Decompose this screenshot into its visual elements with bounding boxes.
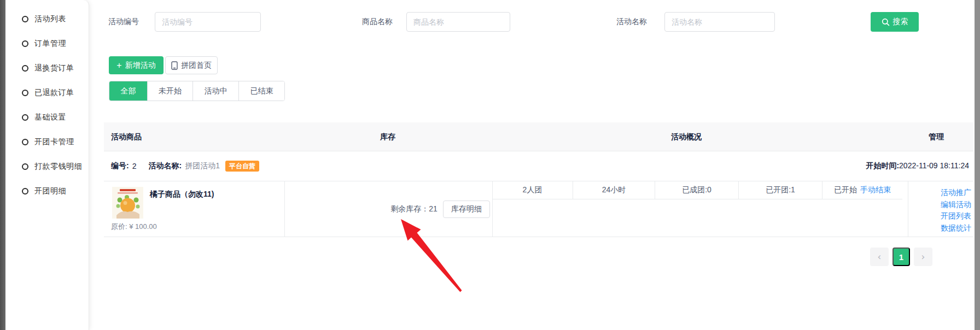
circle-icon [22,114,28,121]
sidebar-item-label: 开团明细 [34,186,66,196]
next-page-button[interactable]: › [914,248,932,266]
groups-completed: 已成团:0 [682,185,711,195]
sidebar-item-activity-list[interactable]: 活动列表 [5,7,89,31]
sidebar-item-return-orders[interactable]: 退换货订单 [5,56,89,80]
prev-page-button[interactable]: ‹ [870,248,889,266]
stock-cell: 剩余库存：21 库存明细 [284,200,596,219]
circle-icon [22,188,28,195]
sidebar-item-label: 基础设置 [34,113,66,122]
group-overview: 2人团 24小时 已成团:0 已开团:1 已开始 手动结束 [492,181,980,199]
manual-end-link[interactable]: 手动结束 [860,185,891,195]
sidebar-item-label: 活动列表 [34,14,66,24]
tab-ended[interactable]: 已结束 [239,81,284,101]
group-duration-cell: 24小时 [573,181,655,199]
search-button-label: 搜索 [893,17,908,27]
data-statistics-link[interactable]: 数据统计 [941,222,971,234]
header-manage: 管理 [929,132,944,142]
activity-table: 活动商品 库存 活动概况 管理 编号: 2 活动名称: 拼团活动1 平台自营 开… [104,122,973,237]
tab-label: 未开始 [159,86,182,96]
circle-icon [22,163,28,170]
circle-icon [22,65,28,72]
product-name-label: 商品名称 [362,17,393,27]
activity-id-caption: 编号: [111,161,129,171]
group-size-cell: 2人团 [492,181,573,199]
stock-detail-button[interactable]: 库存明细 [443,201,490,218]
add-activity-label: 新增活动 [125,61,156,70]
platform-badge: 平台自营 [225,161,259,172]
activity-id-value: 2 [132,162,137,170]
pagination: ‹ 1 › [870,248,932,266]
sidebar-item-group-detail[interactable]: 开团明细 [5,179,89,203]
sidebar-item-label: 已退款订单 [34,88,74,98]
product-title: 橘子商品（勿改11) [150,190,214,199]
start-time-value: 2022-11-09 18:11:24 [899,161,969,170]
header-stock: 库存 [380,132,395,142]
circle-icon [22,90,28,96]
status-cell: 已开始 手动结束 [822,181,902,199]
table-header: 活动商品 库存 活动概况 管理 [104,122,973,151]
sidebar-item-label: 打款零钱明细 [34,162,82,172]
circle-icon [22,139,28,145]
product-name-input[interactable] [406,12,510,32]
tab-not-started[interactable]: 未开始 [148,81,193,101]
sidebar: 活动列表 订单管理 退换货订单 已退款订单 基础设置 开团卡管理 打款零钱明细 [5,0,89,330]
groups-completed-cell: 已成团:0 [655,181,739,199]
edit-activity-link[interactable]: 编辑活动 [941,199,971,211]
search-icon [882,18,890,26]
activity-name-label: 活动名称 [616,17,647,27]
tab-all[interactable]: 全部 [109,81,148,101]
circle-icon [22,16,28,22]
remaining-stock-text: 剩余库存：21 [390,204,438,214]
sidebar-item-group-card[interactable]: 开团卡管理 [5,129,89,154]
sidebar-item-order-management[interactable]: 订单管理 [5,31,89,56]
groups-opened-cell: 已开团:1 [739,181,822,199]
activity-name-input[interactable] [664,12,775,32]
promote-activity-link[interactable]: 活动推广 [941,187,971,199]
activity-id-label: 活动编号 [108,17,139,27]
tab-label: 已结束 [250,86,273,96]
group-size: 2人团 [523,185,542,195]
header-overview: 活动概况 [671,132,702,142]
page: 活动列表 订单管理 退换货订单 已退款订单 基础设置 开团卡管理 打款零钱明细 [0,0,980,330]
sidebar-item-label: 开团卡管理 [34,137,74,147]
group-home-label: 拼团首页 [181,61,212,70]
status-tabs: 全部 未开始 活动中 已结束 [109,81,285,101]
tab-in-progress[interactable]: 活动中 [193,81,239,101]
product-original-price: 原价: ¥ 100.00 [111,222,157,232]
group-list-link[interactable]: 开团列表 [941,210,971,222]
sidebar-item-payment-detail[interactable]: 打款零钱明细 [5,154,89,179]
manage-links: 活动推广 编辑活动 开团列表 数据统计 [941,187,971,234]
activity-name-value: 拼团活动1 [185,161,220,171]
tab-label: 活动中 [205,86,228,96]
search-button[interactable]: 搜索 [871,12,919,32]
window-scrollbar[interactable] [975,0,980,330]
header-product: 活动商品 [111,132,142,142]
start-time-caption: 开始时间: [866,161,899,170]
sidebar-item-label: 订单管理 [34,39,66,49]
add-activity-button[interactable]: + 新增活动 [109,56,164,74]
activity-id-input[interactable] [155,12,261,32]
collapsed-left-panel [0,0,5,330]
group-duration: 24小时 [602,185,626,195]
activity-name-caption: 活动名称: [148,161,182,171]
plus-icon: + [116,61,121,70]
current-page-button[interactable]: 1 [892,248,910,266]
activity-row: 橘子商品（勿改11) 原价: ¥ 100.00 剩余库存：21 库存明细 2人团… [104,181,973,237]
circle-icon [22,40,28,47]
mobile-icon [171,61,178,70]
activity-info-bar: 编号: 2 活动名称: 拼团活动1 平台自营 开始时间:2022-11-09 1… [104,151,973,181]
tab-label: 全部 [121,86,136,96]
sidebar-item-refunded-orders[interactable]: 已退款订单 [5,80,89,105]
product-image [112,187,143,219]
sidebar-item-label: 退换货订单 [34,63,74,73]
status-text: 已开始 [834,185,857,195]
group-home-button[interactable]: 拼团首页 [165,56,218,74]
start-time: 开始时间:2022-11-09 18:11:24 [866,161,969,171]
groups-opened: 已开团:1 [766,185,795,195]
sidebar-item-basic-settings[interactable]: 基础设置 [5,105,89,129]
